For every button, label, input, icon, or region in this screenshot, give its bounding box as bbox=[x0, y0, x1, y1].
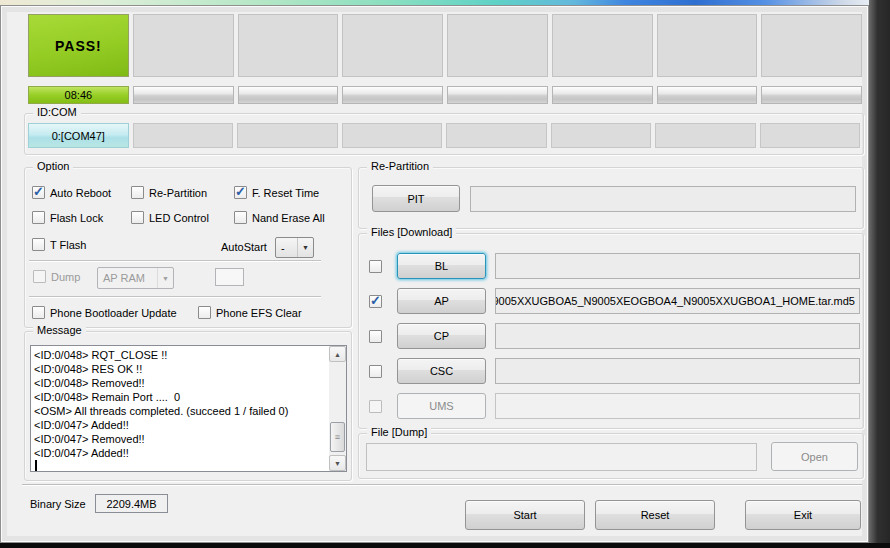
ums-path-field bbox=[495, 393, 860, 419]
bl-button[interactable]: BL bbox=[397, 253, 486, 279]
autostart-value: - bbox=[281, 242, 285, 254]
checkbox-re-partition[interactable]: Re-Partition bbox=[131, 186, 207, 199]
checkbox-label: Re-Partition bbox=[149, 187, 207, 199]
checkbox-box[interactable] bbox=[198, 306, 211, 319]
progress-bar-empty bbox=[447, 86, 548, 104]
re-partition-group: Re-Partition PIT bbox=[358, 167, 864, 229]
progress-bar-empty bbox=[657, 86, 758, 104]
com-port-cell-empty bbox=[237, 123, 338, 148]
bl-checkbox[interactable] bbox=[369, 260, 382, 273]
checkbox-box[interactable] bbox=[32, 306, 45, 319]
status-box-row: PASS! bbox=[28, 14, 862, 77]
cp-checkbox[interactable] bbox=[369, 330, 382, 343]
checkbox-flash-lock[interactable]: Flash Lock bbox=[32, 211, 103, 224]
checkbox-label: Phone Bootloader Update bbox=[50, 307, 177, 319]
checkbox-box[interactable] bbox=[234, 186, 247, 199]
start-button[interactable]: Start bbox=[465, 500, 585, 530]
divider bbox=[29, 260, 321, 262]
progress-bar-row: 08:46 bbox=[28, 86, 862, 104]
desktop-background-right bbox=[869, 0, 890, 543]
files-download-group-title: Files [Download] bbox=[367, 226, 456, 238]
desktop-background-bottom bbox=[0, 543, 890, 548]
status-box-empty bbox=[342, 14, 443, 77]
csc-button[interactable]: CSC bbox=[397, 358, 486, 384]
com-port-cell-empty bbox=[760, 123, 861, 148]
status-box-empty bbox=[552, 14, 653, 77]
status-box-empty bbox=[657, 14, 758, 77]
bl-path-field[interactable] bbox=[495, 253, 860, 279]
file-row-csc: CSC bbox=[359, 358, 863, 384]
checkbox-phone-bootloader-update[interactable]: Phone Bootloader Update bbox=[32, 306, 177, 319]
pit-path-field[interactable] bbox=[470, 186, 856, 212]
divider bbox=[29, 296, 321, 298]
message-group-title: Message bbox=[33, 324, 86, 336]
file-row-ap: AP nda\N9005XXUGBOA5_N9005XEOGBOA4_N9005… bbox=[359, 288, 863, 314]
dump-target-combobox: AP RAM ▼ bbox=[97, 267, 174, 289]
option-group: Option Auto Reboot Re-Partition F. Reset… bbox=[24, 167, 352, 328]
idcom-group: ID:COM 0:[COM47] bbox=[24, 113, 864, 155]
exit-button[interactable]: Exit bbox=[745, 500, 861, 530]
checkbox-box[interactable] bbox=[131, 211, 144, 224]
scroll-down-icon[interactable]: ▼ bbox=[329, 455, 346, 471]
checkbox-auto-reboot[interactable]: Auto Reboot bbox=[32, 186, 111, 199]
checkbox-label: Dump bbox=[51, 271, 80, 283]
checkbox-box bbox=[33, 270, 46, 283]
checkbox-nand-erase-all[interactable]: Nand Erase All bbox=[234, 211, 325, 224]
status-result-box: PASS! bbox=[28, 14, 129, 77]
chevron-down-icon: ▼ bbox=[157, 268, 173, 288]
chevron-down-icon[interactable]: ▼ bbox=[297, 238, 313, 257]
scroll-up-icon[interactable]: ▲ bbox=[329, 346, 346, 362]
csc-path-field[interactable] bbox=[495, 358, 860, 384]
ap-path-field[interactable]: nda\N9005XXUGBOA5_N9005XEOGBOA4_N9005XXU… bbox=[495, 288, 860, 314]
checkbox-label: LED Control bbox=[149, 212, 209, 224]
idcom-group-title: ID:COM bbox=[33, 106, 81, 118]
checkbox-phone-efs-clear[interactable]: Phone EFS Clear bbox=[198, 306, 302, 319]
com-port-cell-empty bbox=[446, 123, 547, 148]
message-log[interactable]: <ID:0/048> RQT_CLOSE !! <ID:0/048> RES O… bbox=[30, 345, 347, 472]
dump-target-value: AP RAM bbox=[103, 272, 145, 284]
status-box-empty bbox=[761, 14, 862, 77]
binary-size-label: Binary Size bbox=[30, 498, 86, 510]
cp-button[interactable]: CP bbox=[397, 323, 486, 349]
autostart-combobox[interactable]: - ▼ bbox=[275, 237, 314, 258]
binary-size-value: 2209.4MB bbox=[95, 494, 168, 513]
dump-path-field bbox=[366, 443, 757, 471]
com-port-cell-empty bbox=[133, 123, 234, 148]
elapsed-time-label: 08:46 bbox=[65, 89, 93, 101]
file-row-bl: BL bbox=[359, 253, 863, 279]
autostart-label: AutoStart bbox=[221, 241, 267, 253]
open-button: Open bbox=[771, 442, 858, 471]
csc-checkbox[interactable] bbox=[369, 365, 382, 378]
progress-bar-empty bbox=[552, 86, 653, 104]
progress-bar-empty bbox=[342, 86, 443, 104]
status-box-empty bbox=[447, 14, 548, 77]
com-port-cell-empty bbox=[551, 123, 652, 148]
progress-bar-empty bbox=[238, 86, 339, 104]
checkbox-f-reset-time[interactable]: F. Reset Time bbox=[234, 186, 319, 199]
checkbox-label: T Flash bbox=[50, 239, 86, 251]
ap-checkbox[interactable] bbox=[369, 295, 382, 308]
progress-bar-empty bbox=[133, 86, 234, 104]
checkbox-box[interactable] bbox=[234, 211, 247, 224]
ums-button: UMS bbox=[397, 393, 486, 419]
message-log-text: <ID:0/048> RQT_CLOSE !! <ID:0/048> RES O… bbox=[34, 348, 326, 460]
file-dump-group: File [Dump] Open bbox=[358, 433, 864, 479]
status-box-empty bbox=[133, 14, 234, 77]
checkbox-led-control[interactable]: LED Control bbox=[131, 211, 209, 224]
ap-button[interactable]: AP bbox=[397, 288, 486, 314]
checkbox-box[interactable] bbox=[131, 186, 144, 199]
com-port-label: 0:[COM47] bbox=[52, 130, 105, 142]
scrollbar-thumb[interactable]: ≡ bbox=[330, 422, 345, 452]
progress-bar-empty bbox=[761, 86, 862, 104]
checkbox-dump: Dump bbox=[33, 270, 80, 283]
scrollbar[interactable]: ▲ ≡ ▼ bbox=[329, 346, 346, 471]
odin-window: PASS! 08:46 ID:COM 0:[COM47] bbox=[0, 5, 869, 543]
cp-path-field[interactable] bbox=[495, 323, 860, 349]
checkbox-box[interactable] bbox=[32, 211, 45, 224]
checkbox-t-flash[interactable]: T Flash bbox=[32, 238, 86, 251]
checkbox-box[interactable] bbox=[32, 238, 45, 251]
checkbox-box[interactable] bbox=[32, 186, 45, 199]
pit-button[interactable]: PIT bbox=[372, 185, 460, 212]
reset-button[interactable]: Reset bbox=[595, 500, 715, 530]
ums-checkbox bbox=[369, 400, 382, 413]
